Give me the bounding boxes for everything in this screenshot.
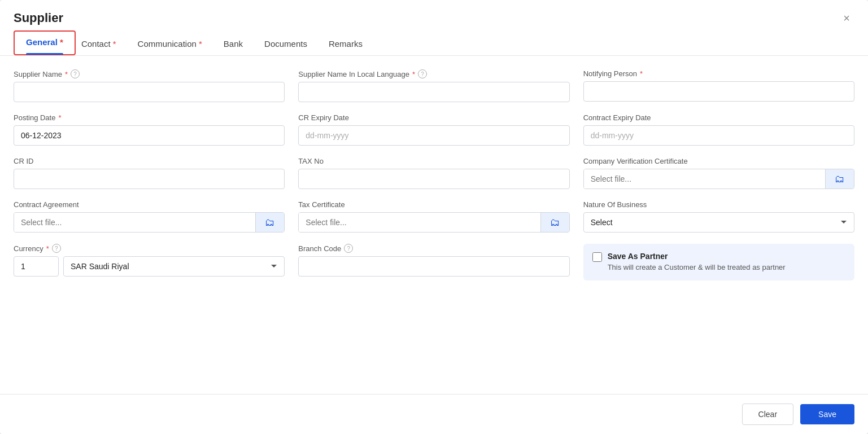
clear-button[interactable]: Clear xyxy=(742,404,793,425)
modal-footer: Clear Save xyxy=(0,394,868,434)
form-row-3: CR ID TAX No Company Verification Certif… xyxy=(14,157,854,189)
tax-certificate-file-group: 🗂 xyxy=(298,212,569,233)
currency-group: Currency * ? SAR Saudi Riyal xyxy=(14,244,285,280)
tab-general-wrapper: General * xyxy=(14,30,76,55)
tab-communication[interactable]: Communication * xyxy=(138,31,218,55)
save-as-partner-checkbox[interactable] xyxy=(592,252,602,262)
posting-date-group: Posting Date * xyxy=(14,113,285,146)
supplier-modal: Supplier × General * Contact * Communica… xyxy=(0,0,868,434)
tax-certificate-file-button[interactable]: 🗂 xyxy=(540,213,569,232)
modal-title: Supplier xyxy=(14,11,63,25)
tax-no-group: TAX No xyxy=(298,157,569,189)
cr-expiry-date-input[interactable] xyxy=(298,125,569,146)
tab-remarks[interactable]: Remarks xyxy=(329,31,378,55)
notifying-person-group: Notifying Person * xyxy=(583,69,854,102)
contract-expiry-date-group: Contract Expiry Date xyxy=(583,113,854,146)
company-verification-group: Company Verification Certificate 🗂 xyxy=(583,157,854,189)
branch-code-help-icon[interactable]: ? xyxy=(344,244,353,253)
save-as-partner-title: Save As Partner xyxy=(608,252,786,261)
currency-amount-input[interactable] xyxy=(14,256,59,277)
contract-agreement-file-button[interactable]: 🗂 xyxy=(255,213,284,232)
partner-text-block: Save As Partner This will create a Custo… xyxy=(608,252,786,273)
cr-expiry-date-label: CR Expiry Date xyxy=(298,113,569,122)
tab-documents[interactable]: Documents xyxy=(264,31,323,55)
supplier-name-local-input[interactable] xyxy=(298,82,569,102)
contract-agreement-file-input[interactable] xyxy=(14,213,255,232)
tax-certificate-group: Tax Certificate 🗂 xyxy=(298,200,569,233)
supplier-name-help-icon[interactable]: ? xyxy=(71,69,80,78)
contract-expiry-date-label: Contract Expiry Date xyxy=(583,113,854,122)
supplier-name-local-group: Supplier Name In Local Language * ? xyxy=(298,69,569,102)
notifying-person-label: Notifying Person * xyxy=(583,69,854,78)
save-as-partner-description: This will create a Customer & will be tr… xyxy=(608,262,786,273)
save-button[interactable]: Save xyxy=(800,404,854,424)
nature-of-business-label: Nature Of Business xyxy=(583,200,854,209)
cr-id-label: CR ID xyxy=(14,157,285,165)
currency-help-icon[interactable]: ? xyxy=(52,244,61,253)
nature-of-business-select[interactable]: Select xyxy=(583,212,854,233)
branch-code-input[interactable] xyxy=(298,256,569,277)
tab-contact[interactable]: Contact * xyxy=(81,31,132,55)
company-verification-label: Company Verification Certificate xyxy=(583,157,854,165)
save-as-partner-box: Save As Partner This will create a Custo… xyxy=(583,244,854,280)
form-row-2: Posting Date * CR Expiry Date Contract E… xyxy=(14,113,854,146)
contract-agreement-group: Contract Agreement 🗂 xyxy=(14,200,285,233)
contract-agreement-label: Contract Agreement xyxy=(14,200,285,209)
company-verification-file-button[interactable]: 🗂 xyxy=(825,169,854,188)
tax-certificate-file-input[interactable] xyxy=(299,213,540,232)
supplier-name-input[interactable] xyxy=(14,82,285,102)
currency-label: Currency * ? xyxy=(14,244,285,253)
contract-expiry-date-input[interactable] xyxy=(583,125,854,146)
supplier-name-label: Supplier Name * ? xyxy=(14,69,285,78)
tab-general[interactable]: General * xyxy=(26,37,63,47)
branch-code-group: Branch Code ? xyxy=(298,244,569,280)
save-as-partner-group: Save As Partner This will create a Custo… xyxy=(583,244,854,280)
company-verification-file-input[interactable] xyxy=(584,169,825,188)
posting-date-input[interactable] xyxy=(14,125,285,146)
tabs-bar: General * Contact * Communication * Bank… xyxy=(0,30,868,56)
branch-code-label: Branch Code ? xyxy=(298,244,569,253)
folder-icon-3: 🗂 xyxy=(550,217,560,229)
currency-input-group: SAR Saudi Riyal xyxy=(14,256,285,277)
form-body: Supplier Name * ? Supplier Name In Local… xyxy=(0,56,868,394)
notifying-person-input[interactable] xyxy=(583,81,854,102)
posting-date-label: Posting Date * xyxy=(14,113,285,122)
currency-select[interactable]: SAR Saudi Riyal xyxy=(63,256,285,277)
close-button[interactable]: × xyxy=(839,10,854,26)
tax-no-label: TAX No xyxy=(298,157,569,165)
tax-no-input[interactable] xyxy=(298,169,569,189)
contract-agreement-file-group: 🗂 xyxy=(14,212,285,233)
tab-bank[interactable]: Bank xyxy=(224,31,259,55)
form-row-5: Currency * ? SAR Saudi Riyal Branch Code… xyxy=(14,244,854,280)
supplier-name-local-help-icon[interactable]: ? xyxy=(418,69,427,78)
nature-of-business-group: Nature Of Business Select xyxy=(583,200,854,233)
tax-certificate-label: Tax Certificate xyxy=(298,200,569,209)
cr-expiry-date-group: CR Expiry Date xyxy=(298,113,569,146)
cr-id-group: CR ID xyxy=(14,157,285,189)
cr-id-input[interactable] xyxy=(14,169,285,189)
folder-icon-2: 🗂 xyxy=(265,217,275,229)
company-verification-file-group: 🗂 xyxy=(583,169,854,189)
modal-header: Supplier × xyxy=(0,0,868,26)
form-row-1: Supplier Name * ? Supplier Name In Local… xyxy=(14,69,854,102)
supplier-name-local-label: Supplier Name In Local Language * ? xyxy=(298,69,569,78)
supplier-name-group: Supplier Name * ? xyxy=(14,69,285,102)
folder-icon: 🗂 xyxy=(835,173,845,185)
form-row-4: Contract Agreement 🗂 Tax Certificate 🗂 xyxy=(14,200,854,233)
